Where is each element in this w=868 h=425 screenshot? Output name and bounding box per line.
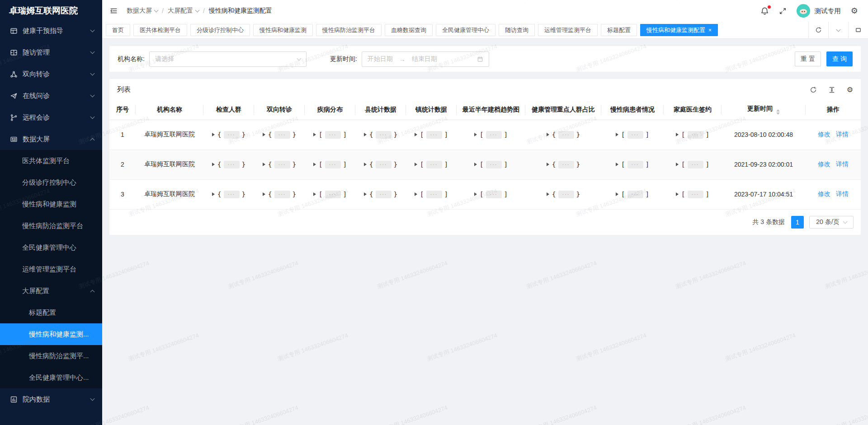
json-preview-toggle[interactable]: {···}	[212, 191, 245, 198]
tab-4[interactable]: 慢性病防治监测平台	[316, 24, 382, 36]
collapsed-dots[interactable]: ···	[558, 131, 574, 139]
collapsed-dots[interactable]: ···	[274, 131, 290, 139]
tab-5[interactable]: 血糖数据查询	[385, 24, 433, 36]
date-range-picker[interactable]: 开始日期 → 结束日期	[362, 51, 489, 67]
collapsed-dots[interactable]: ···	[376, 131, 392, 139]
collapsed-dots[interactable]: ···	[274, 161, 290, 168]
json-preview-toggle[interactable]: {···}	[547, 191, 580, 198]
collapsed-dots[interactable]: ···	[376, 191, 392, 198]
collapsed-dots[interactable]: ···	[558, 161, 574, 168]
json-preview-toggle[interactable]: {···}	[212, 131, 245, 139]
sidebar-item-health-intervention[interactable]: 健康干预指导	[0, 20, 102, 42]
collapsed-dots[interactable]: ···	[224, 161, 240, 168]
json-preview-toggle[interactable]: [···]	[676, 191, 709, 198]
page-size-select[interactable]: 20 条/页	[809, 216, 854, 229]
json-preview-toggle[interactable]: [···]	[616, 161, 649, 168]
maximize-icon[interactable]	[848, 22, 868, 38]
sidebar-item-data-screen[interactable]: 数据大屏	[0, 128, 102, 150]
collapsed-dots[interactable]: ···	[325, 131, 341, 139]
collapsed-dots[interactable]: ···	[688, 191, 703, 198]
tab-3[interactable]: 慢性病和健康监测	[253, 24, 313, 36]
collapsed-dots[interactable]: ···	[274, 191, 290, 198]
user-name[interactable]: 测试专用	[815, 7, 841, 15]
collapsed-dots[interactable]: ···	[688, 131, 703, 139]
notification-bell-icon[interactable]	[760, 7, 769, 15]
collapsed-dots[interactable]: ···	[486, 161, 502, 168]
json-preview-toggle[interactable]: {···}	[547, 161, 580, 168]
breadcrumb-item-data-screen[interactable]: 数据大屏	[127, 7, 158, 15]
json-preview-toggle[interactable]: {···}	[364, 131, 397, 139]
collapsed-dots[interactable]: ···	[426, 161, 442, 168]
column-header[interactable]: 更新时间	[722, 100, 806, 120]
json-preview-toggle[interactable]: {···}	[263, 191, 296, 198]
json-preview-toggle[interactable]: [···]	[474, 161, 508, 168]
collapsed-dots[interactable]: ···	[627, 161, 643, 168]
sidebar-item-screen-config[interactable]: 大屏配置	[0, 280, 102, 302]
sort-icon[interactable]	[776, 109, 780, 115]
page-number-button[interactable]: 1	[791, 216, 804, 229]
search-button[interactable]: 查 询	[826, 51, 853, 66]
collapsed-dots[interactable]: ···	[426, 131, 442, 139]
edit-link[interactable]: 修改	[818, 160, 830, 168]
sidebar-item-tiered-care-control-center[interactable]: 分级诊疗控制中心	[0, 172, 102, 193]
sidebar-item-chronic-prevention-config[interactable]: 慢性病防治监测平...	[0, 345, 102, 367]
sidebar-item-online-consultation[interactable]: 在线问诊	[0, 85, 102, 107]
collapsed-dots[interactable]: ···	[325, 191, 341, 198]
sidebar-item-title-config[interactable]: 标题配置	[0, 302, 102, 323]
sidebar-item-followup-management[interactable]: 随访管理	[0, 42, 102, 63]
json-preview-toggle[interactable]: {···}	[263, 161, 296, 168]
tab-2[interactable]: 分级诊疗控制中心	[190, 24, 250, 36]
json-preview-toggle[interactable]: [···]	[676, 131, 709, 139]
collapsed-dots[interactable]: ···	[426, 191, 442, 198]
json-preview-toggle[interactable]: [···]	[313, 131, 347, 139]
collapsed-dots[interactable]: ···	[558, 191, 574, 198]
collapsed-dots[interactable]: ···	[376, 161, 392, 168]
breadcrumb-item-screen-config[interactable]: 大屏配置	[168, 7, 199, 15]
json-preview-toggle[interactable]: {···}	[212, 161, 245, 168]
json-preview-toggle[interactable]: [···]	[616, 131, 649, 139]
refresh-list-icon[interactable]	[810, 86, 817, 93]
collapsed-dots[interactable]: ···	[627, 191, 643, 198]
tab-10[interactable]: 慢性病和健康监测配置×	[640, 24, 718, 36]
json-preview-toggle[interactable]: {···}	[263, 131, 296, 139]
json-preview-toggle[interactable]: [···]	[616, 191, 649, 198]
tab-close-icon[interactable]: ×	[708, 28, 712, 33]
settings-gear-icon[interactable]: ⚙	[851, 7, 858, 15]
reset-button[interactable]: 重 置	[795, 51, 821, 66]
sidebar-item-hospital-data[interactable]: 院内数据	[0, 388, 102, 410]
tab-6[interactable]: 全民健康管理中心	[436, 24, 495, 36]
json-preview-toggle[interactable]: [···]	[474, 191, 508, 198]
edit-link[interactable]: 修改	[818, 131, 830, 138]
json-preview-toggle[interactable]: {···}	[547, 131, 580, 139]
tab-7[interactable]: 随访查询	[499, 24, 535, 36]
tab-options-chevron-icon[interactable]	[828, 22, 848, 38]
tab-1[interactable]: 医共体检测平台	[133, 24, 187, 36]
collapsed-dots[interactable]: ···	[224, 191, 240, 198]
json-preview-toggle[interactable]: [···]	[313, 161, 347, 168]
sidebar-item-chronic-disease-prevention-platform[interactable]: 慢性病防治监测平台	[0, 215, 102, 237]
user-avatar[interactable]	[797, 4, 810, 18]
collapsed-dots[interactable]: ···	[325, 161, 341, 168]
org-name-select[interactable]: 请选择	[149, 51, 307, 67]
sidebar-item-chronic-disease-monitor-config[interactable]: 慢性病和健康监测...	[0, 323, 102, 345]
json-preview-toggle[interactable]: [···]	[415, 191, 448, 198]
tab-0[interactable]: 首页	[106, 24, 130, 36]
sidebar-item-ops-monitor-platform[interactable]: 运维管理监测平台	[0, 258, 102, 280]
json-preview-toggle[interactable]: [···]	[415, 161, 448, 168]
sidebar-item-remote-consultation[interactable]: 远程会诊	[0, 107, 102, 128]
table-settings-gear-icon[interactable]: ⚙	[847, 86, 853, 93]
json-preview-toggle[interactable]: {···}	[364, 191, 397, 198]
collapsed-dots[interactable]: ···	[688, 161, 703, 168]
json-preview-toggle[interactable]: [···]	[474, 131, 508, 139]
sidebar-item-public-health-config[interactable]: 全民健康管理中心...	[0, 367, 102, 388]
collapsed-dots[interactable]: ···	[224, 131, 240, 139]
details-link[interactable]: 详情	[836, 190, 849, 197]
collapsed-dots[interactable]: ···	[486, 191, 502, 198]
sidebar-item-public-health-center[interactable]: 全民健康管理中心	[0, 237, 102, 258]
edit-link[interactable]: 修改	[818, 190, 830, 197]
details-link[interactable]: 详情	[836, 160, 849, 168]
tab-9[interactable]: 标题配置	[601, 24, 637, 36]
column-height-icon[interactable]	[828, 86, 835, 93]
json-preview-toggle[interactable]: [···]	[676, 161, 709, 168]
collapsed-dots[interactable]: ···	[486, 131, 502, 139]
